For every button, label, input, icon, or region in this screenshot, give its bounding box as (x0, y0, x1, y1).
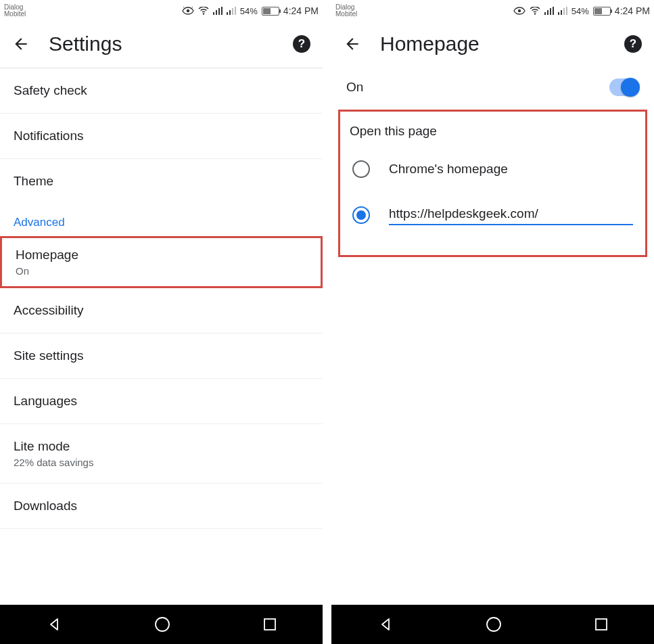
help-icon[interactable]: ? (624, 35, 642, 53)
custom-url-input[interactable] (389, 205, 633, 225)
section-advanced: Advanced (0, 204, 323, 236)
row-downloads[interactable]: Downloads (0, 484, 323, 529)
page-title: Homepage (380, 32, 624, 55)
header: Homepage ? (331, 20, 654, 68)
row-label: Accessibility (14, 303, 309, 318)
row-notifications[interactable]: Notifications (0, 114, 323, 159)
signal-icon-2 (558, 7, 567, 15)
svg-rect-23 (563, 8, 565, 15)
clock: 4:24 PM (615, 5, 650, 16)
svg-rect-18 (547, 10, 548, 15)
battery-icon (262, 7, 279, 16)
nav-back-icon[interactable] (46, 616, 62, 632)
radio-custom-url[interactable] (347, 187, 638, 235)
toggle-switch[interactable] (609, 78, 639, 96)
svg-rect-26 (596, 619, 607, 630)
row-label: Downloads (14, 499, 309, 513)
nav-recent-icon[interactable] (594, 617, 609, 632)
radio-chrome-homepage[interactable]: Chrome's homepage (347, 151, 638, 187)
nav-bar (0, 605, 323, 644)
row-sublabel: On (16, 265, 307, 277)
svg-rect-10 (229, 10, 231, 15)
status-bar: Dialog Mobitel 54% (331, 0, 654, 20)
nav-home-icon[interactable] (154, 616, 171, 633)
svg-rect-21 (558, 12, 559, 15)
svg-point-13 (156, 618, 169, 631)
row-label: Site settings (14, 348, 309, 363)
phone-homepage: Dialog Mobitel 54% (331, 0, 654, 644)
row-label: Notifications (14, 129, 309, 143)
svg-rect-5 (213, 12, 214, 15)
svg-point-16 (534, 13, 536, 14)
wifi-icon (530, 7, 540, 15)
carrier-labels: Dialog Mobitel (4, 4, 26, 18)
row-site-settings[interactable]: Site settings (0, 334, 323, 379)
row-label: Homepage (16, 248, 307, 262)
carrier-2: Mobitel (335, 11, 357, 18)
back-button[interactable] (12, 35, 30, 53)
nav-home-icon[interactable] (485, 616, 503, 633)
settings-list: Safety check Notifications Theme Advance… (0, 68, 323, 605)
page-title: Settings (49, 32, 293, 55)
svg-point-4 (203, 13, 204, 14)
svg-rect-22 (561, 10, 562, 15)
row-sublabel: 22% data savings (14, 457, 309, 468)
row-label: Safety check (14, 83, 309, 98)
clock: 4:24 PM (283, 5, 319, 16)
row-theme[interactable]: Theme (0, 159, 323, 204)
signal-icon-2 (227, 7, 236, 15)
row-label: Lite mode (14, 439, 309, 454)
row-languages[interactable]: Languages (0, 379, 323, 424)
help-icon[interactable]: ? (293, 35, 310, 53)
radio-label: Chrome's homepage (389, 162, 508, 177)
eye-icon (182, 7, 194, 15)
svg-rect-11 (232, 8, 233, 15)
svg-point-25 (487, 618, 500, 631)
row-safety-check[interactable]: Safety check (0, 68, 323, 114)
row-label: Languages (14, 394, 309, 409)
nav-back-icon[interactable] (377, 616, 394, 632)
eye-icon (513, 7, 525, 15)
wifi-icon (198, 7, 209, 15)
status-bar: Dialog Mobitel 54% (0, 0, 323, 20)
svg-rect-14 (264, 619, 275, 630)
svg-line-3 (192, 7, 193, 7)
carrier-labels: Dialog Mobitel (335, 4, 357, 18)
signal-icon (213, 7, 223, 15)
row-accessibility[interactable]: Accessibility (0, 288, 323, 334)
svg-rect-7 (218, 8, 220, 15)
svg-point-15 (518, 9, 521, 12)
svg-line-1 (183, 7, 184, 7)
header: Settings ? (0, 20, 323, 68)
svg-rect-20 (553, 7, 554, 15)
nav-bar (331, 605, 654, 644)
svg-rect-12 (235, 7, 236, 15)
carrier-2: Mobitel (4, 11, 26, 18)
svg-rect-24 (566, 7, 567, 15)
phone-settings: Dialog Mobitel 54% (0, 0, 323, 644)
svg-point-0 (187, 9, 189, 12)
back-button[interactable] (344, 35, 361, 53)
signal-icon (544, 7, 554, 15)
nav-recent-icon[interactable] (262, 617, 277, 632)
battery-percent: 54% (240, 6, 258, 16)
row-homepage[interactable]: Homepage On (0, 236, 323, 288)
battery-percent: 54% (571, 6, 589, 16)
svg-rect-6 (216, 10, 217, 15)
homepage-toggle-row[interactable]: On (331, 68, 654, 106)
battery-icon (593, 7, 611, 16)
card-title: Open this page (347, 121, 638, 151)
row-lite-mode[interactable]: Lite mode 22% data savings (0, 424, 323, 484)
row-label: Theme (14, 174, 309, 189)
svg-rect-19 (550, 8, 551, 15)
svg-rect-17 (544, 12, 546, 15)
svg-rect-8 (221, 7, 223, 15)
open-this-page-card: Open this page Chrome's homepage (338, 110, 647, 257)
svg-rect-9 (227, 12, 228, 15)
radio-icon[interactable] (352, 206, 370, 224)
toggle-label: On (346, 80, 363, 95)
radio-icon[interactable] (352, 160, 370, 178)
